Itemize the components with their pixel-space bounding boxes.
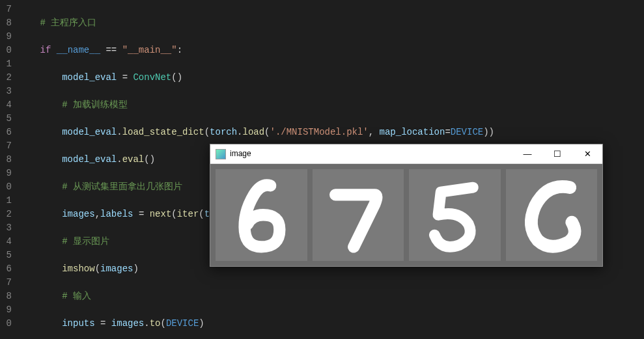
comment: # 加载训练模型 [62,100,128,110]
comment: # 从测试集里面拿出几张图片 [62,182,182,192]
digit-image-0 [216,169,307,261]
comment: # 主程序入口 [40,18,97,28]
digit-image-1 [313,169,404,261]
minimize-button[interactable]: — [512,144,542,164]
window-title: image [230,147,512,161]
ident: inputs [62,318,94,329]
ident: images [111,318,144,329]
line-number-gutter: 7890 1234 5678 9012 3456 7890 [0,0,18,339]
window-titlebar[interactable]: image — ☐ ✕ [210,144,602,164]
fn: next [150,209,172,219]
const: DEVICE [166,318,199,329]
ident: torch [210,127,237,137]
op: == [100,45,122,55]
ident: labels [100,209,133,219]
maximize-button[interactable]: ☐ [542,144,572,164]
kw: if [40,45,51,55]
fn: iter [177,209,199,219]
ident: model_eval [62,72,117,83]
comment: # 输入 [62,291,91,301]
digit-image-3 [506,169,598,261]
fn: imshow [62,264,94,274]
const: DEVICE [451,127,483,137]
fn: eval [122,154,145,165]
ident: __name__ [57,45,100,55]
string: './MNISTModel.pkl' [270,127,369,137]
ident: model_eval [62,127,117,137]
window-icon [216,149,226,159]
fn: load [243,127,265,137]
image-preview-window[interactable]: image — ☐ ✕ [210,144,603,267]
ident: images [62,209,94,219]
close-button[interactable]: ✕ [572,144,602,164]
class: ConvNet [133,72,171,83]
fn: load_state_dict [122,127,204,137]
digit-image-2 [409,169,501,261]
image-canvas [210,164,602,266]
ident: model_eval [62,154,117,165]
string: "__main__" [122,45,177,55]
ident: map_location [380,127,445,137]
comment: # 显示图片 [62,236,109,247]
ident: images [100,264,133,274]
fn: to [150,318,161,329]
